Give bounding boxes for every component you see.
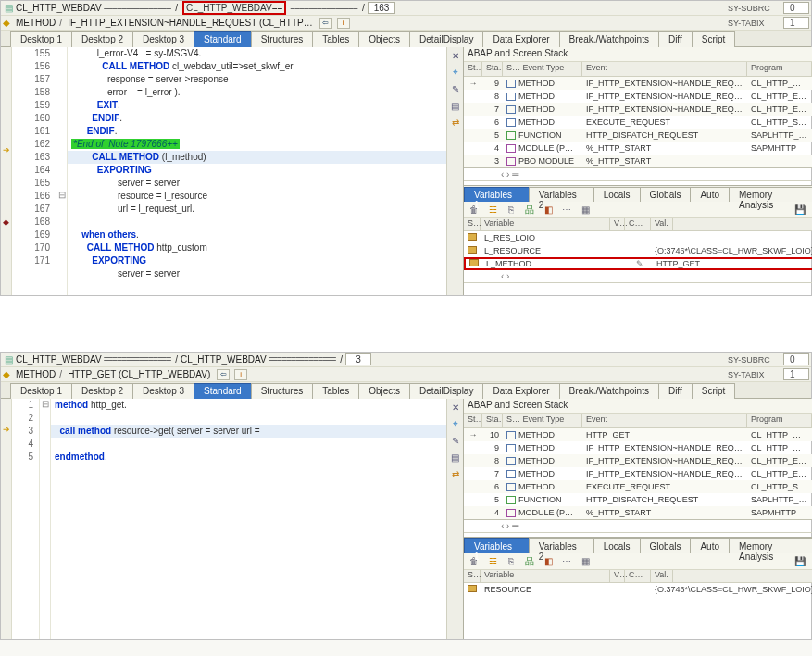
more-icon[interactable]: ⋯ (560, 204, 573, 217)
scope-icon[interactable]: ⌖ (449, 66, 462, 79)
vartab-auto[interactable]: Auto (690, 187, 730, 202)
info-button[interactable]: i (234, 369, 247, 380)
edit-icon[interactable]: ✎ (449, 434, 462, 447)
vars-nav[interactable]: ‹ › (464, 270, 812, 283)
close-icon[interactable]: ✕ (449, 401, 462, 414)
tab-structures[interactable]: Structures (251, 383, 314, 399)
method-icon: ◆ (3, 369, 10, 379)
call-stack[interactable]: →9METHODIF_HTTP_EXTENSION~HANDLE_REQUEST… (464, 77, 812, 168)
nav-back-button[interactable]: ⇦ (217, 369, 230, 380)
stack-row[interactable]: 5FUNCTIONHTTP_DISPATCH_REQUESTSAPLHTTP_R… (464, 129, 812, 142)
breakpoint-gutter[interactable]: ➔ (1, 399, 12, 639)
variable-row[interactable]: RESOURCE{O:3746*\CLASS=CL_HWR_SKWF_LOIO} (464, 583, 812, 596)
tab-script[interactable]: Script (692, 31, 736, 47)
tab-desktop-1[interactable]: Desktop 1 (10, 31, 72, 47)
vartab-globals[interactable]: Globals (640, 187, 692, 202)
tab-data-explorer[interactable]: Data Explorer (482, 31, 559, 47)
tab-data-explorer[interactable]: Data Explorer (482, 383, 559, 399)
save-icon[interactable]: 💾 (793, 555, 806, 568)
tab-objects[interactable]: Objects (358, 31, 410, 47)
copy-icon[interactable]: ⎘ (505, 555, 518, 568)
more-icon[interactable]: ⋯ (560, 555, 573, 568)
tab-desktop-3[interactable]: Desktop 3 (132, 383, 194, 399)
info-button[interactable]: i (337, 18, 350, 29)
stack-row[interactable]: 4MODULE (PBO)%_HTTP_STARTSAPMHTTP (464, 142, 812, 155)
doc-icon[interactable]: ▤ (449, 99, 462, 112)
close-icon[interactable]: ✕ (449, 49, 462, 62)
line-number-field[interactable]: 3 (345, 353, 371, 365)
doc-icon[interactable]: ▤ (449, 451, 462, 464)
stack-row[interactable]: 7METHODIF_HTTP_EXTENSION~HANDLE_REQUESTC… (464, 467, 812, 480)
variable-tabs: Variables 1Variables 2LocalsGlobalsAutoM… (464, 185, 812, 202)
swap-icon[interactable]: ⇄ (449, 116, 462, 129)
stack-row[interactable]: 6METHODEXECUTE_REQUESTCL_HTTP_SER (464, 116, 812, 129)
vartab-variables-2[interactable]: Variables 2 (529, 187, 594, 202)
edit-icon[interactable]: ✎ (449, 82, 462, 95)
vartab-auto[interactable]: Auto (690, 538, 730, 553)
breadcrumb-row-2: ◆ METHOD / HTTP_GET (CL_HTTP_WEBDAV) ⇦ i… (1, 367, 811, 382)
stack-row[interactable]: →9METHODIF_HTTP_EXTENSION~HANDLE_REQUEST… (464, 77, 812, 90)
code-panel: ➔ 12345 ⊟ method http_get. call method r… (1, 399, 464, 639)
breakpoint-gutter[interactable]: ➔◆ (1, 47, 12, 295)
stack-row[interactable]: 8METHODIF_HTTP_EXTENSION~HANDLE_REQUESTC… (464, 90, 812, 103)
table-icon[interactable]: ▦ (579, 204, 592, 217)
stack-row[interactable]: 7METHODIF_HTTP_EXTENSION~HANDLE_REQUESTC… (464, 103, 812, 116)
vartab-memory-analysis[interactable]: Memory Analysis (729, 187, 812, 202)
variable-row[interactable]: L_RES_LOIO (464, 231, 812, 244)
stack-title: ABAP and Screen Stack (464, 47, 812, 62)
tab-standard[interactable]: Standard (194, 31, 252, 47)
tab-structures[interactable]: Structures (251, 31, 314, 47)
variable-row[interactable]: L_METHOD✎HTTP_GET (464, 257, 812, 270)
vartab-locals[interactable]: Locals (593, 538, 641, 553)
tab-tables[interactable]: Tables (312, 31, 359, 47)
hier-icon[interactable]: 品 (523, 555, 536, 568)
tab-desktop-2[interactable]: Desktop 2 (71, 31, 133, 47)
method-path: IF_HTTP_EXTENSION~HANDLE_REQUEST (CL_HTT… (68, 18, 313, 28)
table-icon[interactable]: ▦ (579, 555, 592, 568)
tab-diff[interactable]: Diff (658, 383, 693, 399)
tab-desktop-1[interactable]: Desktop 1 (10, 383, 72, 399)
call-stack[interactable]: →10METHODHTTP_GETCL_HTTP_WEBDAV===9METHO… (464, 428, 812, 520)
vartab-variables-1[interactable]: Variables 1 (464, 538, 530, 553)
tab-desktop-2[interactable]: Desktop 2 (71, 383, 133, 399)
stack-row[interactable]: 9METHODIF_HTTP_EXTENSION~HANDLE_REQUESTC… (464, 441, 812, 454)
stack-row[interactable]: 4MODULE (PBO)%_HTTP_STARTSAPMHTTP (464, 506, 812, 519)
code-body[interactable]: method http_get. call method resource->g… (51, 399, 463, 639)
tab-diff[interactable]: Diff (658, 31, 693, 47)
scope-icon[interactable]: ⌖ (449, 417, 462, 430)
tab-break-watchpoints[interactable]: Break./Watchpoints (559, 31, 659, 47)
hier-icon[interactable]: 品 (523, 204, 536, 217)
vartab-memory-analysis[interactable]: Memory Analysis (729, 538, 812, 553)
tab-objects[interactable]: Objects (358, 383, 410, 399)
stack-row[interactable]: 8METHODIF_HTTP_EXTENSION~HANDLE_REQUESTC… (464, 454, 812, 467)
vartab-locals[interactable]: Locals (593, 187, 641, 202)
tab-script[interactable]: Script (692, 383, 736, 399)
code-body[interactable]: l_error-V4 = sy-MSGV4. CALL METHOD cl_we… (68, 47, 463, 295)
tab-standard[interactable]: Standard (194, 383, 252, 399)
stack-nav[interactable]: ‹ › ═ (464, 520, 812, 533)
nav-back-button[interactable]: ⇦ (319, 18, 332, 29)
line-number-field[interactable]: 163 (368, 2, 396, 14)
variables-grid[interactable]: L_RES_LOIOL_RESOURCE{O:3746*\CLASS=CL_HW… (464, 231, 812, 270)
stack-nav[interactable]: ‹ › ═ (464, 168, 812, 181)
debugger-top: ▤ CL_HTTP_WEBDAV =============== / CL_HT… (0, 0, 812, 296)
tab-tables[interactable]: Tables (312, 383, 359, 399)
variable-row[interactable]: L_RESOURCE{O:3746*\CLASS=CL_HWR_SKWF_LOI… (464, 244, 812, 257)
vartab-globals[interactable]: Globals (640, 538, 692, 553)
tab-desktop-3[interactable]: Desktop 3 (132, 31, 194, 47)
tab-break-watchpoints[interactable]: Break./Watchpoints (559, 383, 659, 399)
tab-detaildisplay[interactable]: DetailDisplay (409, 31, 483, 47)
save-icon[interactable]: 💾 (793, 204, 806, 217)
tab-detaildisplay[interactable]: DetailDisplay (409, 383, 483, 399)
tree-icon[interactable]: ☷ (486, 204, 499, 217)
vartab-variables-2[interactable]: Variables 2 (529, 538, 594, 553)
stack-row[interactable]: 3PBO MODULE%_HTTP_START (464, 155, 812, 167)
stack-row[interactable]: 6METHODEXECUTE_REQUESTCL_HTTP_SERVER=== (464, 480, 812, 493)
swap-icon[interactable]: ⇄ (449, 467, 462, 480)
vartab-variables-1[interactable]: Variables 1 (464, 187, 530, 202)
variables-grid[interactable]: RESOURCE{O:3746*\CLASS=CL_HWR_SKWF_LOIO} (464, 583, 812, 596)
tree-icon[interactable]: ☷ (486, 555, 499, 568)
stack-row[interactable]: →10METHODHTTP_GETCL_HTTP_WEBDAV=== (464, 428, 812, 441)
stack-row[interactable]: 5FUNCTIONHTTP_DISPATCH_REQUESTSAPLHTTP_R… (464, 493, 812, 506)
copy-icon[interactable]: ⎘ (505, 204, 518, 217)
